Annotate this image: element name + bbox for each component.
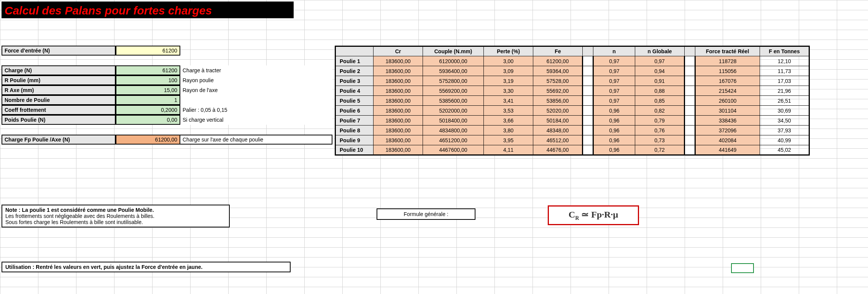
cell-perte: 3,00 [484,56,533,66]
row-charge: Charge (N) 61200 Charge à tracter [2,65,332,75]
table-row: Poulie 7183600,005018400,003,6650184,000… [335,116,809,126]
cell-fe: 50184,00 [533,116,583,126]
value-charge[interactable]: 61200 [116,65,180,75]
cell-fe: 57528,00 [533,76,583,86]
cell-rowname: Poulie 9 [335,135,374,145]
table-row: Poulie 1183600,006120000,003,0061200,000… [335,56,809,66]
cell-n: 0,97 [593,76,635,86]
value-coeff[interactable]: 0,2000 [116,105,180,115]
value-r-axe[interactable]: 15,00 [116,85,180,95]
active-cell-cursor[interactable] [731,263,754,273]
table-row: Poulie 6183600,005202000,003,5352020,000… [335,106,809,116]
cell-perte: 3,66 [484,116,533,126]
cell-couple: 5018400,00 [423,116,484,126]
cell-rowname: Poulie 3 [335,76,374,86]
cell-gap [583,106,593,116]
label-coeff: Coeff frottement [2,105,116,115]
cell-couple: 5385600,00 [423,96,484,106]
cell-ft: 11,73 [760,66,809,76]
cell-ng: 0,73 [635,135,685,145]
hdr-ftr: Force tracté Réel [695,46,760,56]
row-r-poulie: R Poulie (mm) 100 Rayon poulie [2,75,332,85]
cell-ng: 0,88 [635,86,685,96]
hdr-row [335,46,374,56]
value-r-poulie[interactable]: 100 [116,75,180,85]
cell-ng: 0,82 [635,106,685,116]
cell-ng: 0,91 [635,76,685,86]
cell-gap [583,126,593,135]
table-row: Poulie 10183600,004467600,004,1144676,00… [335,145,809,155]
table-row: Poulie 4183600,005569200,003,3055692,000… [335,86,809,96]
cell-ft: 12,10 [760,56,809,66]
cell-rowname: Poulie 4 [335,86,374,96]
value-fp-axe: 61200,00 [116,135,180,145]
cell-ft: 21,96 [760,86,809,96]
hdr-n: n [593,46,635,56]
table-row: Poulie 3183600,005752800,003,1957528,000… [335,76,809,86]
cell-rowname: Poulie 8 [335,126,374,135]
cell-gap [685,145,695,155]
cell-ftr: 338436 [695,116,760,126]
cell-cr: 183600,00 [374,56,423,66]
value-force-entree[interactable]: 61200 [116,46,180,56]
input-block: Force d'entrée (N) 61200 Charge (N) 6120… [2,46,332,145]
cell-couple: 6120000,00 [423,56,484,66]
cell-perte: 3,41 [484,96,533,106]
cell-fe: 46512,00 [533,135,583,145]
cell-ftr: 215424 [695,86,760,96]
label-poids: Poids Poulie (N) [2,115,116,125]
table-row: Poulie 2183600,005936400,003,0959364,000… [335,66,809,76]
cell-fe: 52020,00 [533,106,583,116]
hdr-fe: Fe [533,46,583,56]
cell-gap [583,66,593,76]
value-poids[interactable]: 0,00 [116,115,180,125]
cell-rowname: Poulie 1 [335,56,374,66]
cell-ng: 0,76 [635,126,685,135]
cell-ftr: 167076 [695,76,760,86]
note-charge: Charge à tracter [180,65,332,75]
cell-rowname: Poulie 7 [335,116,374,126]
cell-gap [685,96,695,106]
spreadsheet-sheet[interactable]: Calcul des Palans pour fortes charges Fo… [0,0,868,294]
cell-couple: 4834800,00 [423,126,484,135]
cell-gap [583,86,593,96]
hdr-gap1 [583,46,593,56]
hdr-perte: Perte (%) [484,46,533,56]
cell-n: 0,97 [593,66,635,76]
cell-fe: 48348,00 [533,126,583,135]
cell-ng: 0,97 [635,56,685,66]
label-r-poulie: R Poulie (mm) [2,75,116,85]
cell-couple: 4651200,00 [423,135,484,145]
cell-perte: 3,19 [484,76,533,86]
row-fp-axe: Charge Fp Poulie /Axe (N) 61200,00 Charg… [2,135,332,145]
cell-gap [685,76,695,86]
cell-couple: 5752800,00 [423,76,484,86]
cell-gap [685,116,695,126]
hdr-ng: n Globale [635,46,685,56]
cell-ftr: 372096 [695,126,760,135]
value-nb-poulie[interactable]: 1 [116,95,180,105]
note-r-poulie: Rayon poulie [180,75,332,85]
cell-ft: 37,93 [760,126,809,135]
cell-gap [583,56,593,66]
cell-cr: 183600,00 [374,116,423,126]
cell-gap [685,106,695,116]
cell-fe: 44676,00 [533,145,583,155]
cell-ftr: 441649 [695,145,760,155]
cell-ftr: 260100 [695,96,760,106]
cell-fe: 53856,00 [533,96,583,106]
cell-couple: 5936400,00 [423,66,484,76]
cell-cr: 183600,00 [374,86,423,96]
cell-ng: 0,85 [635,96,685,106]
cell-perte: 3,30 [484,86,533,96]
hdr-couple: Couple (N.mm) [423,46,484,56]
table-row: Poulie 5183600,005385600,003,4153856,000… [335,96,809,106]
hdr-ft: F en Tonnes [760,46,809,56]
note-line3: Sous fortes charge les Roulements à bill… [5,219,226,225]
cell-cr: 183600,00 [374,66,423,76]
cell-cr: 183600,00 [374,76,423,86]
cell-n: 0,97 [593,56,635,66]
cell-ng: 0,72 [635,145,685,155]
label-force-entree: Force d'entrée (N) [2,46,116,56]
note-box-info: Note : La poulie 1 est considéré comme u… [2,205,230,227]
